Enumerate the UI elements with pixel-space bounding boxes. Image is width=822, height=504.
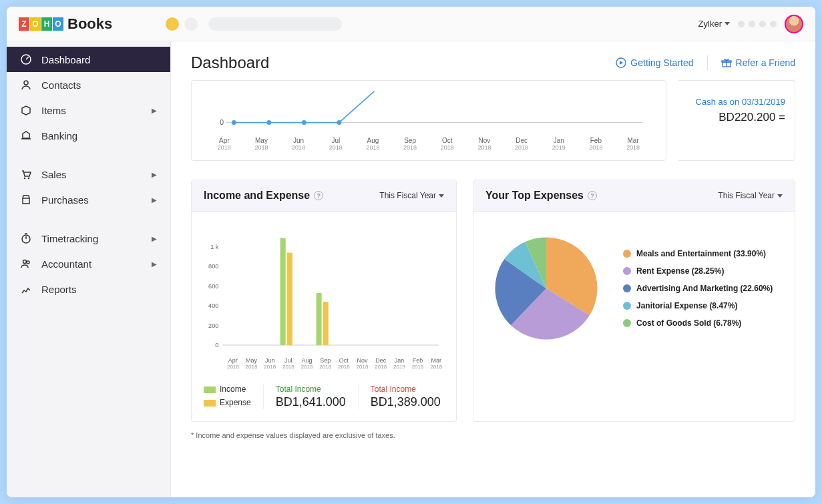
cash-value: BD220.200 = — [688, 111, 785, 124]
sidebar-item-purchases[interactable]: Purchases▶ — [7, 187, 170, 212]
income-expense-title: Income and Expense ? — [204, 190, 323, 202]
svg-text:0: 0 — [220, 118, 224, 126]
refer-friend-link[interactable]: Refer a Friend — [721, 57, 795, 68]
income-expense-bar-chart: 02004006008001 k — [202, 228, 445, 354]
x-tick: May2018 — [242, 357, 261, 370]
app-window: ZOHO Books Zylker DashboardContactsItems… — [7, 7, 815, 497]
chevron-right-icon: ▶ — [152, 235, 157, 242]
x-tick: Jan2019 — [390, 357, 409, 370]
svg-marker-11 — [620, 61, 623, 65]
x-tick: Sep2018 — [316, 357, 335, 370]
x-tick: Oct2018 — [431, 137, 464, 151]
sidebar-item-sales[interactable]: Sales▶ — [7, 162, 170, 187]
x-tick: Jan2019 — [542, 137, 576, 151]
app-name: Books — [67, 15, 112, 33]
svg-rect-29 — [317, 293, 322, 345]
help-icon[interactable]: ? — [314, 191, 323, 200]
income-expense-card: Income and Expense ? This Fiscal Year 02… — [191, 180, 457, 422]
x-tick: Jul2018 — [279, 357, 298, 370]
tax-note: * Income and expense values displayed ar… — [191, 431, 795, 439]
x-tick: Apr2018 — [208, 137, 241, 151]
svg-point-4 — [28, 178, 30, 180]
total-expense-block: Total Income BD1,389.000 — [358, 385, 441, 409]
svg-point-8 — [23, 260, 27, 264]
chevron-right-icon: ▶ — [152, 107, 157, 114]
play-circle-icon — [616, 57, 626, 68]
chevron-down-icon — [725, 22, 730, 25]
x-tick: Jul2018 — [319, 137, 353, 151]
expenses-period-selector[interactable]: This Fiscal Year — [718, 191, 783, 200]
sidebar-item-label: Accountant — [41, 258, 91, 270]
sidebar-item-label: Banking — [41, 130, 77, 142]
pie-legend-item: Advertising And Marketing (22.60%) — [623, 284, 773, 293]
chevron-right-icon: ▶ — [152, 196, 157, 204]
legend-income: Income — [204, 385, 251, 394]
svg-text:800: 800 — [208, 263, 218, 270]
avatar[interactable] — [785, 15, 803, 33]
cashflow-line-chart: 0 — [204, 87, 654, 134]
top-expenses-title: Your Top Expenses ? — [485, 190, 597, 202]
svg-point-2 — [24, 81, 28, 85]
sidebar-item-label: Contacts — [41, 79, 81, 91]
svg-rect-28 — [280, 238, 286, 345]
x-tick: Sep2018 — [393, 137, 427, 151]
zoho-logo-icon: ZOHO — [19, 17, 63, 31]
sidebar-item-timetracking[interactable]: Timetracking▶ — [7, 226, 170, 251]
x-tick: Mar2018 — [427, 357, 445, 370]
time-icon — [20, 232, 32, 244]
reports-icon — [20, 283, 32, 295]
cashflow-chart-card: 0 Apr2018May2018Jun2018Jul2018Aug2018Sep… — [191, 80, 666, 161]
svg-point-18 — [302, 120, 306, 125]
x-tick: Aug2018 — [298, 357, 317, 370]
x-tick: Dec2018 — [505, 137, 538, 151]
app-logo: ZOHO Books — [19, 15, 112, 33]
dashboard-icon — [20, 53, 32, 65]
pie-legend-item: Janitorial Expense (8.47%) — [623, 301, 773, 310]
main-content: Dashboard Getting Started Refer a Friend — [171, 41, 815, 497]
sidebar-item-accountant[interactable]: Accountant▶ — [7, 251, 170, 276]
sidebar-item-contacts[interactable]: Contacts — [7, 72, 170, 97]
toolbar-placeholder — [166, 17, 342, 31]
svg-text:400: 400 — [208, 302, 218, 309]
page-title: Dashboard — [191, 53, 269, 72]
topbar-action-placeholders — [738, 21, 777, 27]
pie-legend-item: Meals and Entertainment (33.90%) — [623, 249, 773, 258]
banking-icon — [20, 130, 32, 142]
sidebar-item-label: Timetracking — [41, 233, 98, 244]
accountant-icon — [20, 258, 32, 270]
svg-rect-31 — [323, 302, 329, 345]
sales-icon — [20, 168, 32, 180]
svg-point-9 — [27, 261, 29, 264]
purchases-icon — [20, 194, 32, 206]
cash-date-label: Cash as on 03/31/2019 — [688, 97, 785, 107]
income-period-selector[interactable]: This Fiscal Year — [379, 191, 444, 200]
sidebar-item-label: Items — [41, 105, 66, 116]
sidebar-item-label: Dashboard — [41, 54, 90, 65]
svg-point-17 — [266, 120, 271, 125]
getting-started-link[interactable]: Getting Started — [616, 57, 693, 68]
sidebar-item-items[interactable]: Items▶ — [7, 97, 170, 123]
top-expenses-card: Your Top Expenses ? This Fiscal Year Mea… — [473, 180, 795, 422]
sidebar-item-reports[interactable]: Reports — [7, 276, 170, 302]
x-tick: Feb2018 — [580, 137, 613, 151]
sidebar-item-label: Sales — [41, 169, 67, 180]
sidebar-item-banking[interactable]: Banking — [7, 123, 170, 148]
help-icon[interactable]: ? — [588, 191, 597, 200]
sidebar-item-label: Purchases — [41, 194, 89, 206]
x-tick: Nov2018 — [353, 357, 372, 370]
gift-icon — [721, 57, 732, 68]
sidebar-item-dashboard[interactable]: Dashboard — [7, 47, 170, 72]
x-tick: Oct2018 — [335, 357, 353, 370]
total-income-block: Total Income BD1,641.000 — [263, 385, 346, 409]
overview-row: 0 Apr2018May2018Jun2018Jul2018Aug2018Sep… — [191, 80, 795, 161]
x-tick: Jun2018 — [260, 357, 279, 370]
chevron-right-icon: ▶ — [152, 260, 157, 268]
svg-point-3 — [24, 178, 26, 180]
top-expenses-pie-chart — [489, 232, 603, 345]
svg-text:1 k: 1 k — [210, 244, 219, 250]
contacts-icon — [20, 79, 32, 91]
x-tick: Feb2018 — [409, 357, 427, 370]
chevron-down-icon — [439, 194, 444, 198]
page-header: Dashboard Getting Started Refer a Friend — [171, 41, 815, 80]
org-selector[interactable]: Zylker — [698, 19, 730, 29]
